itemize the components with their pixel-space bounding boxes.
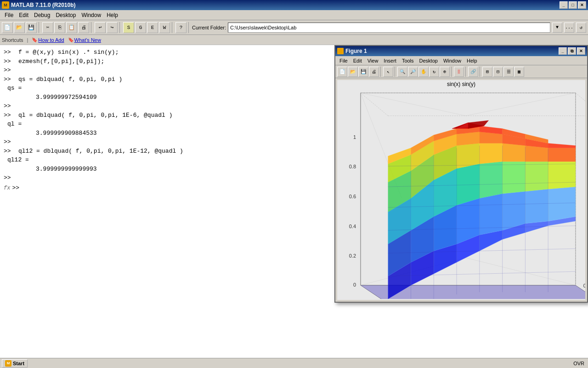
fig-print-button[interactable]: 🖨 (369, 67, 379, 77)
fig-layout-button[interactable]: ⊞ (482, 67, 492, 77)
title-bar: M MATLAB 7.11.0 (R2010b) _ □ ✕ (0, 0, 588, 10)
cmd-prompt-9: >> (4, 173, 17, 183)
svg-text:0.2: 0.2 (349, 253, 356, 259)
maximize-button[interactable]: □ (569, 1, 577, 9)
figure-close-button[interactable]: ✕ (577, 47, 585, 55)
title-bar-left: M MATLAB 7.11.0 (R2010b) (2, 1, 75, 9)
cmd-prompt-5: >> (4, 102, 17, 111)
fig-datacursor-button[interactable]: ⊕ (440, 67, 450, 77)
whats-new-link[interactable]: What's New (74, 37, 101, 43)
plot-title: sin(x) sin(y) (337, 80, 585, 88)
svg-line-12 (576, 93, 585, 116)
shortcuts-bar: Shortcuts | 🔖 How to Add 🔖 What's New (0, 35, 588, 45)
figure-toolbar: 📄 📂 💾 🖨 ↖ 🔍 🔎 ✋ ↻ ⊕ ▒ 🔗 ⊞ ⊟ ☰ ▦ (335, 65, 587, 78)
new-file-button[interactable]: 📄 (2, 22, 13, 33)
menu-desktop[interactable]: Desktop (53, 11, 79, 19)
cmd-prompt-current: >> (12, 184, 25, 193)
browse-folder-button[interactable]: ... (564, 23, 574, 33)
figure-title-buttons: _ ⧉ ✕ (559, 47, 585, 55)
fig-zoom-in-button[interactable]: 🔍 (397, 67, 407, 77)
editor-button[interactable]: E (147, 22, 158, 33)
fig-layout2-button[interactable]: ⊟ (493, 67, 503, 77)
fig-link-button[interactable]: 🔗 (468, 67, 478, 77)
figure-menu-help[interactable]: Help (464, 58, 480, 64)
svg-text:0.6: 0.6 (349, 194, 356, 199)
cmd-text-4: qs = dblquad( f, 0,pi, 0,pi ) (18, 75, 122, 84)
shortcuts-label: Shortcuts (2, 37, 23, 43)
figure-title-text: Figure 1 (345, 48, 367, 54)
figure-menu-desktop[interactable]: Desktop (417, 58, 440, 64)
cmd-prompt-8: >> (4, 147, 17, 156)
folder-path-input[interactable] (228, 23, 550, 33)
qs-value: 3.999999972594109 (4, 93, 97, 102)
figure-menu-insert[interactable]: Insert (381, 58, 399, 64)
minimize-button[interactable]: _ (560, 1, 568, 9)
menu-window[interactable]: Window (79, 11, 104, 19)
open-button[interactable]: 📂 (14, 22, 25, 33)
figure-minimize-button[interactable]: _ (559, 47, 567, 55)
copy-button[interactable]: ⎘ (54, 22, 65, 33)
fig-save-button[interactable]: 💾 (358, 67, 368, 77)
cmd-prompt-2: >> (4, 57, 17, 66)
main-area: >> f = @(x,y) sin(x) .* sin(y); >> ezmes… (0, 45, 588, 358)
figure-title-bar: Figure 1 _ ⧉ ✕ (335, 46, 587, 56)
cmd-prompt-1: >> (4, 48, 17, 57)
fig-new-button[interactable]: 📄 (337, 67, 347, 77)
figure-menu-view[interactable]: View (365, 58, 381, 64)
title-bar-text: MATLAB 7.11.0 (R2010b) (11, 2, 75, 8)
fig-rotate-button[interactable]: ↻ (429, 67, 439, 77)
separator-4 (172, 22, 174, 33)
start-icon: M (5, 360, 11, 367)
fig-colormap-button[interactable]: ▒ (454, 67, 464, 77)
cut-button[interactable]: ✂ (42, 22, 53, 33)
ql-value: 3.999999909884533 (4, 129, 97, 138)
title-bar-buttons: _ □ ✕ (560, 1, 586, 9)
menu-debug[interactable]: Debug (31, 11, 53, 19)
browse-button[interactable]: ▼ (552, 23, 562, 33)
refresh-button[interactable]: ↺ (576, 23, 586, 33)
guide-button[interactable]: G (135, 22, 146, 33)
figure-menu-file[interactable]: File (337, 58, 350, 64)
menu-bar: File Edit Debug Desktop Window Help (0, 10, 588, 20)
svg-text:0: 0 (353, 282, 356, 288)
cmd-prompt-3: >> (4, 66, 17, 75)
figure-window[interactable]: Figure 1 _ ⧉ ✕ File Edit View Insert Too… (334, 45, 588, 303)
simulink-button[interactable]: S (123, 22, 134, 33)
how-to-add-link[interactable]: How to Add (38, 37, 64, 43)
menu-file[interactable]: File (2, 11, 16, 19)
separator-5 (188, 22, 190, 33)
figure-menu-edit[interactable]: Edit (351, 58, 364, 64)
help-button[interactable]: ? (175, 22, 187, 33)
start-button[interactable]: M Start (2, 359, 28, 368)
fig-colorbar-button[interactable]: ▦ (514, 67, 524, 77)
save-button[interactable]: 💾 (26, 22, 37, 33)
figure-menu-window[interactable]: Window (441, 58, 464, 64)
fig-pan-button[interactable]: ✋ (418, 67, 429, 77)
svg-text:0: 0 (583, 283, 585, 288)
cmd-prompt-6: >> (4, 111, 17, 120)
paste-button[interactable]: 📋 (66, 22, 77, 33)
fig-sep-4 (465, 67, 467, 77)
redo-button[interactable]: ↪ (107, 22, 118, 33)
plot-svg: 0 0.2 0.4 0.6 0.8 1 3 2 1 0 0 1 2 3 y x (337, 88, 585, 299)
cmd-text-6: ql = dblquad( f, 0,pi, 0,pi, 1E-6, @quad… (18, 111, 172, 120)
cmd-prompt-4: >> (4, 75, 17, 84)
close-button[interactable]: ✕ (578, 1, 586, 9)
undo-button[interactable]: ↩ (95, 22, 106, 33)
figure-restore-button[interactable]: ⧉ (568, 47, 576, 55)
menu-edit[interactable]: Edit (16, 11, 31, 19)
fig-zoom-out-button[interactable]: 🔎 (408, 67, 418, 77)
menu-help[interactable]: Help (104, 11, 121, 19)
ql12-label: ql12 = (4, 155, 29, 165)
fig-arrow-button[interactable]: ↖ (383, 67, 393, 77)
ovr-indicator: OVR (573, 361, 584, 366)
plot-area: sin(x) sin(y) (337, 80, 585, 300)
cmd-text-1: f = @(x,y) sin(x) .* sin(y); (18, 48, 119, 57)
workspace-button[interactable]: W (159, 22, 170, 33)
svg-text:0.8: 0.8 (349, 164, 356, 169)
fig-legend-button[interactable]: ☰ (503, 67, 514, 77)
print-button[interactable]: 🖨 (78, 22, 89, 33)
figure-menu-tools[interactable]: Tools (400, 58, 416, 64)
fig-open-button[interactable]: 📂 (348, 67, 358, 77)
figure-title-left: Figure 1 (337, 48, 367, 54)
